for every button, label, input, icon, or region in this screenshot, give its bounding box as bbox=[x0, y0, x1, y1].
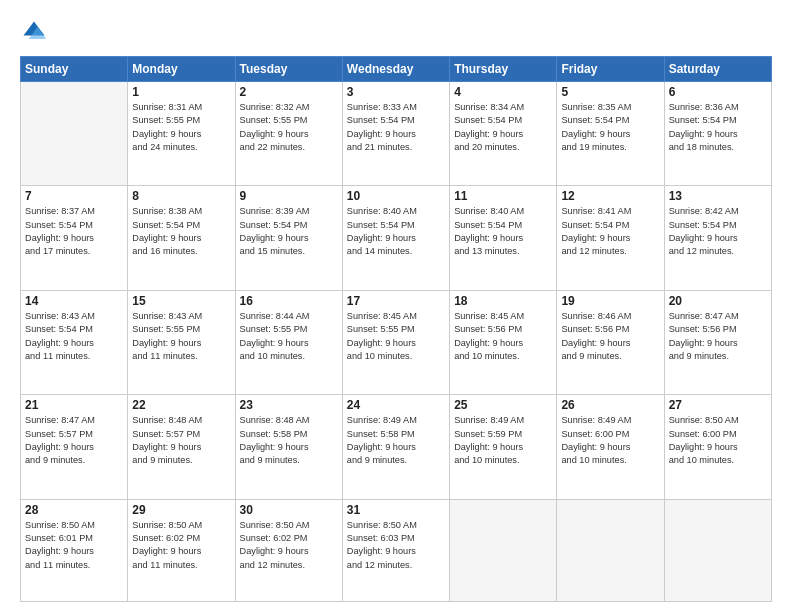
day-info: Sunrise: 8:42 AMSunset: 5:54 PMDaylight:… bbox=[669, 205, 767, 258]
day-number: 18 bbox=[454, 294, 552, 308]
calendar-day-cell: 24Sunrise: 8:49 AMSunset: 5:58 PMDayligh… bbox=[342, 395, 449, 499]
day-number: 29 bbox=[132, 503, 230, 517]
calendar-day-cell: 28Sunrise: 8:50 AMSunset: 6:01 PMDayligh… bbox=[21, 499, 128, 601]
day-number: 5 bbox=[561, 85, 659, 99]
calendar-day-cell: 21Sunrise: 8:47 AMSunset: 5:57 PMDayligh… bbox=[21, 395, 128, 499]
calendar-day-cell: 7Sunrise: 8:37 AMSunset: 5:54 PMDaylight… bbox=[21, 186, 128, 290]
day-number: 8 bbox=[132, 189, 230, 203]
day-info: Sunrise: 8:31 AMSunset: 5:55 PMDaylight:… bbox=[132, 101, 230, 154]
day-number: 21 bbox=[25, 398, 123, 412]
logo bbox=[20, 18, 52, 46]
calendar-day-header: Sunday bbox=[21, 57, 128, 82]
day-info: Sunrise: 8:50 AMSunset: 6:02 PMDaylight:… bbox=[132, 519, 230, 572]
day-info: Sunrise: 8:49 AMSunset: 5:58 PMDaylight:… bbox=[347, 414, 445, 467]
calendar-day-cell: 3Sunrise: 8:33 AMSunset: 5:54 PMDaylight… bbox=[342, 82, 449, 186]
calendar-day-header: Wednesday bbox=[342, 57, 449, 82]
day-info: Sunrise: 8:49 AMSunset: 5:59 PMDaylight:… bbox=[454, 414, 552, 467]
calendar-day-cell: 25Sunrise: 8:49 AMSunset: 5:59 PMDayligh… bbox=[450, 395, 557, 499]
calendar-day-cell: 4Sunrise: 8:34 AMSunset: 5:54 PMDaylight… bbox=[450, 82, 557, 186]
calendar-day-cell: 15Sunrise: 8:43 AMSunset: 5:55 PMDayligh… bbox=[128, 290, 235, 394]
day-number: 30 bbox=[240, 503, 338, 517]
day-number: 2 bbox=[240, 85, 338, 99]
logo-icon bbox=[20, 18, 48, 46]
calendar-day-cell: 23Sunrise: 8:48 AMSunset: 5:58 PMDayligh… bbox=[235, 395, 342, 499]
day-info: Sunrise: 8:41 AMSunset: 5:54 PMDaylight:… bbox=[561, 205, 659, 258]
day-info: Sunrise: 8:36 AMSunset: 5:54 PMDaylight:… bbox=[669, 101, 767, 154]
day-info: Sunrise: 8:39 AMSunset: 5:54 PMDaylight:… bbox=[240, 205, 338, 258]
day-info: Sunrise: 8:48 AMSunset: 5:58 PMDaylight:… bbox=[240, 414, 338, 467]
day-number: 24 bbox=[347, 398, 445, 412]
day-info: Sunrise: 8:43 AMSunset: 5:54 PMDaylight:… bbox=[25, 310, 123, 363]
day-info: Sunrise: 8:40 AMSunset: 5:54 PMDaylight:… bbox=[454, 205, 552, 258]
calendar-header-row: SundayMondayTuesdayWednesdayThursdayFrid… bbox=[21, 57, 772, 82]
day-number: 4 bbox=[454, 85, 552, 99]
calendar-day-cell bbox=[450, 499, 557, 601]
day-info: Sunrise: 8:45 AMSunset: 5:55 PMDaylight:… bbox=[347, 310, 445, 363]
day-number: 25 bbox=[454, 398, 552, 412]
calendar-day-cell: 20Sunrise: 8:47 AMSunset: 5:56 PMDayligh… bbox=[664, 290, 771, 394]
day-info: Sunrise: 8:47 AMSunset: 5:57 PMDaylight:… bbox=[25, 414, 123, 467]
calendar-day-header: Saturday bbox=[664, 57, 771, 82]
calendar-day-cell: 10Sunrise: 8:40 AMSunset: 5:54 PMDayligh… bbox=[342, 186, 449, 290]
day-number: 1 bbox=[132, 85, 230, 99]
day-number: 23 bbox=[240, 398, 338, 412]
calendar-day-cell: 13Sunrise: 8:42 AMSunset: 5:54 PMDayligh… bbox=[664, 186, 771, 290]
calendar-day-cell: 14Sunrise: 8:43 AMSunset: 5:54 PMDayligh… bbox=[21, 290, 128, 394]
calendar-day-cell bbox=[557, 499, 664, 601]
day-info: Sunrise: 8:45 AMSunset: 5:56 PMDaylight:… bbox=[454, 310, 552, 363]
day-number: 26 bbox=[561, 398, 659, 412]
calendar-day-cell: 31Sunrise: 8:50 AMSunset: 6:03 PMDayligh… bbox=[342, 499, 449, 601]
day-info: Sunrise: 8:50 AMSunset: 6:01 PMDaylight:… bbox=[25, 519, 123, 572]
calendar-week-row: 14Sunrise: 8:43 AMSunset: 5:54 PMDayligh… bbox=[21, 290, 772, 394]
calendar-day-cell: 6Sunrise: 8:36 AMSunset: 5:54 PMDaylight… bbox=[664, 82, 771, 186]
calendar-day-cell: 8Sunrise: 8:38 AMSunset: 5:54 PMDaylight… bbox=[128, 186, 235, 290]
calendar-day-header: Tuesday bbox=[235, 57, 342, 82]
calendar-day-cell: 22Sunrise: 8:48 AMSunset: 5:57 PMDayligh… bbox=[128, 395, 235, 499]
calendar-day-cell: 17Sunrise: 8:45 AMSunset: 5:55 PMDayligh… bbox=[342, 290, 449, 394]
day-number: 10 bbox=[347, 189, 445, 203]
day-info: Sunrise: 8:34 AMSunset: 5:54 PMDaylight:… bbox=[454, 101, 552, 154]
calendar-day-cell: 16Sunrise: 8:44 AMSunset: 5:55 PMDayligh… bbox=[235, 290, 342, 394]
calendar-day-cell bbox=[21, 82, 128, 186]
header bbox=[20, 18, 772, 46]
calendar-day-header: Thursday bbox=[450, 57, 557, 82]
calendar-day-header: Monday bbox=[128, 57, 235, 82]
calendar-day-cell: 19Sunrise: 8:46 AMSunset: 5:56 PMDayligh… bbox=[557, 290, 664, 394]
calendar-day-cell: 27Sunrise: 8:50 AMSunset: 6:00 PMDayligh… bbox=[664, 395, 771, 499]
day-number: 12 bbox=[561, 189, 659, 203]
calendar-day-cell: 18Sunrise: 8:45 AMSunset: 5:56 PMDayligh… bbox=[450, 290, 557, 394]
calendar-day-cell: 29Sunrise: 8:50 AMSunset: 6:02 PMDayligh… bbox=[128, 499, 235, 601]
day-number: 31 bbox=[347, 503, 445, 517]
day-number: 13 bbox=[669, 189, 767, 203]
page: SundayMondayTuesdayWednesdayThursdayFrid… bbox=[0, 0, 792, 612]
calendar-week-row: 1Sunrise: 8:31 AMSunset: 5:55 PMDaylight… bbox=[21, 82, 772, 186]
day-info: Sunrise: 8:38 AMSunset: 5:54 PMDaylight:… bbox=[132, 205, 230, 258]
day-info: Sunrise: 8:46 AMSunset: 5:56 PMDaylight:… bbox=[561, 310, 659, 363]
day-info: Sunrise: 8:32 AMSunset: 5:55 PMDaylight:… bbox=[240, 101, 338, 154]
day-number: 20 bbox=[669, 294, 767, 308]
day-info: Sunrise: 8:35 AMSunset: 5:54 PMDaylight:… bbox=[561, 101, 659, 154]
day-number: 22 bbox=[132, 398, 230, 412]
calendar-week-row: 28Sunrise: 8:50 AMSunset: 6:01 PMDayligh… bbox=[21, 499, 772, 601]
day-info: Sunrise: 8:48 AMSunset: 5:57 PMDaylight:… bbox=[132, 414, 230, 467]
day-info: Sunrise: 8:50 AMSunset: 6:02 PMDaylight:… bbox=[240, 519, 338, 572]
day-info: Sunrise: 8:49 AMSunset: 6:00 PMDaylight:… bbox=[561, 414, 659, 467]
day-info: Sunrise: 8:44 AMSunset: 5:55 PMDaylight:… bbox=[240, 310, 338, 363]
calendar-day-header: Friday bbox=[557, 57, 664, 82]
calendar-week-row: 7Sunrise: 8:37 AMSunset: 5:54 PMDaylight… bbox=[21, 186, 772, 290]
calendar-day-cell: 11Sunrise: 8:40 AMSunset: 5:54 PMDayligh… bbox=[450, 186, 557, 290]
day-info: Sunrise: 8:50 AMSunset: 6:00 PMDaylight:… bbox=[669, 414, 767, 467]
day-number: 9 bbox=[240, 189, 338, 203]
calendar-day-cell: 12Sunrise: 8:41 AMSunset: 5:54 PMDayligh… bbox=[557, 186, 664, 290]
day-info: Sunrise: 8:40 AMSunset: 5:54 PMDaylight:… bbox=[347, 205, 445, 258]
calendar-day-cell: 26Sunrise: 8:49 AMSunset: 6:00 PMDayligh… bbox=[557, 395, 664, 499]
day-number: 15 bbox=[132, 294, 230, 308]
day-number: 27 bbox=[669, 398, 767, 412]
day-number: 6 bbox=[669, 85, 767, 99]
day-info: Sunrise: 8:43 AMSunset: 5:55 PMDaylight:… bbox=[132, 310, 230, 363]
day-info: Sunrise: 8:50 AMSunset: 6:03 PMDaylight:… bbox=[347, 519, 445, 572]
calendar-week-row: 21Sunrise: 8:47 AMSunset: 5:57 PMDayligh… bbox=[21, 395, 772, 499]
day-number: 14 bbox=[25, 294, 123, 308]
day-number: 11 bbox=[454, 189, 552, 203]
day-number: 19 bbox=[561, 294, 659, 308]
